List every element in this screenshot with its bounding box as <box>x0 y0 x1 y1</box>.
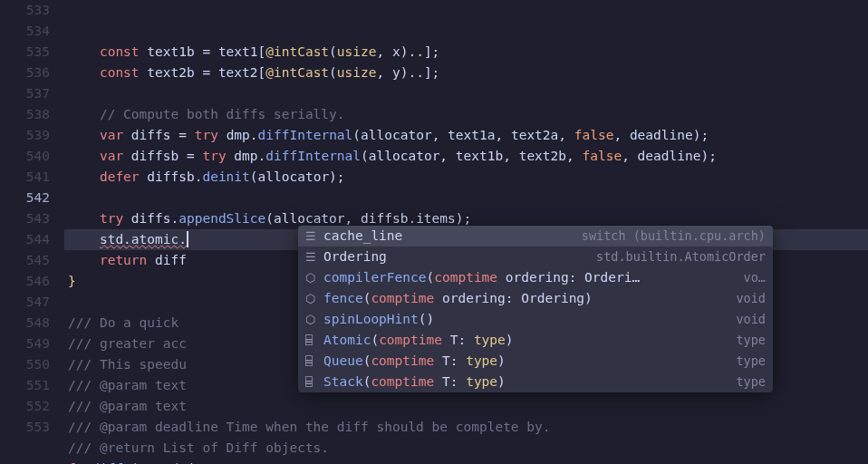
line-number: 535 <box>0 42 50 63</box>
token: (allocator); <box>250 169 345 184</box>
completion-label: cache_line <box>323 226 573 246</box>
token: , x)..]; <box>377 44 440 59</box>
text-cursor <box>187 231 188 247</box>
completion-item[interactable]: ⬡spinLoopHint()void <box>298 309 773 330</box>
code-line[interactable] <box>68 188 868 208</box>
cube-icon: ⬡ <box>305 288 323 309</box>
token: false <box>574 128 614 142</box>
line-number: 544 <box>0 229 50 250</box>
token: @intCast <box>265 44 329 59</box>
completion-item[interactable]: ⌸Stack(comptime T: type)type <box>298 372 773 392</box>
completion-item[interactable]: ⌸Atomic(comptime T: type)type <box>298 330 773 351</box>
token: diffs = <box>123 128 195 142</box>
code-line[interactable] <box>68 83 868 104</box>
line-number: 540 <box>0 146 50 167</box>
token: const <box>100 44 140 59</box>
completion-detail: type <box>727 351 766 372</box>
token: (allocator, text1b, text2b, <box>361 149 582 163</box>
line-number: 551 <box>0 375 50 396</box>
line-number: 538 <box>0 104 50 125</box>
token: return <box>100 253 147 267</box>
token: dmp. <box>218 128 258 142</box>
completion-detail: void <box>727 288 766 309</box>
completion-label: Ordering <box>323 246 587 267</box>
token: /// @param text <box>68 399 187 413</box>
token: /// greater acc <box>68 336 187 351</box>
line-number: 533 <box>0 0 50 21</box>
completion-item[interactable]: ⬡compilerFence(comptime ordering: Orderi… <box>298 267 773 288</box>
line-number: 545 <box>0 250 50 271</box>
code-line[interactable]: var diffsb = try dmp.diffInternal(alloca… <box>68 146 868 167</box>
completion-item[interactable]: ☰Orderingstd.builtin.AtomicOrder <box>298 246 773 267</box>
token: , y)..]; <box>377 65 440 80</box>
line-number: 549 <box>0 334 50 354</box>
token: usize <box>337 44 377 59</box>
token: ( <box>329 44 337 59</box>
completion-label: spinLoopHint() <box>323 309 727 330</box>
token <box>68 211 100 226</box>
completion-item[interactable]: ⌸Queue(comptime T: type)type <box>298 351 773 372</box>
completion-detail: switch (builtin.cpu.arch) <box>573 226 766 246</box>
completion-detail: vo… <box>735 267 766 288</box>
code-line[interactable]: const text2b = text2[@intCast(usize, y).… <box>68 63 868 83</box>
line-number: 541 <box>0 167 50 188</box>
token: diffsb = <box>123 149 202 163</box>
token <box>68 149 100 163</box>
struct-icon: ⌸ <box>305 351 323 372</box>
code-line[interactable]: /// @return List of Diff objects. <box>68 438 868 459</box>
token <box>68 169 100 184</box>
completion-item[interactable]: ☰cache_lineswitch (builtin.cpu.arch) <box>298 226 773 246</box>
completion-detail: type <box>727 330 766 351</box>
token: /// @return List of Diff objects. <box>68 440 329 455</box>
token: diffInternal <box>258 128 353 142</box>
code-area[interactable]: const text1b = text1[@intCast(usize, x).… <box>68 0 868 464</box>
token: try <box>202 149 226 163</box>
line-number: 534 <box>0 21 50 42</box>
code-line[interactable]: const text1b = text1[@intCast(usize, x).… <box>68 42 868 63</box>
token: diffsb. <box>140 169 203 184</box>
token: , deadline); <box>613 128 709 142</box>
token: /// This speedu <box>68 357 187 372</box>
token: appendSlice <box>178 211 265 226</box>
line-number: 546 <box>0 271 50 292</box>
completion-detail: std.builtin.AtomicOrder <box>587 246 766 267</box>
token: var <box>100 149 123 163</box>
struct-icon: ⌸ <box>305 372 323 392</box>
code-line[interactable]: /// @param deadline Time when the diff s… <box>68 417 868 438</box>
code-line[interactable]: // Compute both diffs serially. <box>68 104 868 125</box>
line-number: 543 <box>0 208 50 229</box>
token: text2b = text2[ <box>140 65 266 80</box>
token: , deadline); <box>622 149 717 163</box>
completion-detail: type <box>727 372 766 392</box>
token: ( <box>329 65 337 80</box>
line-number: 539 <box>0 125 50 146</box>
line-number: 548 <box>0 313 50 334</box>
token: var <box>100 128 123 142</box>
token: dmp. <box>227 149 266 163</box>
code-line[interactable]: var diffs = try dmp.diffInternal(allocat… <box>68 125 868 146</box>
token: diff <box>147 253 187 267</box>
line-number: 537 <box>0 83 50 104</box>
completion-label: Stack(comptime T: type) <box>323 372 727 392</box>
token: defer <box>100 169 140 184</box>
completion-label: Atomic(comptime T: type) <box>323 330 727 351</box>
autocomplete-popup[interactable]: ☰cache_lineswitch (builtin.cpu.arch)☰Ord… <box>298 226 773 392</box>
token <box>68 65 100 80</box>
token: std.atomic. <box>100 232 187 246</box>
token: @intCast <box>265 65 329 80</box>
completion-label: compilerFence(comptime ordering: Orderi… <box>323 267 735 288</box>
code-line[interactable]: /// @param text <box>68 396 868 417</box>
token: // Compute both diffs serially. <box>100 107 345 121</box>
token: false <box>583 149 622 163</box>
token <box>68 107 100 121</box>
code-editor[interactable]: 5335345355365375385395405415425435445455… <box>0 0 868 464</box>
struct-icon: ⌸ <box>305 330 323 351</box>
token: text1b = text1[ <box>140 44 266 59</box>
cube-icon: ⬡ <box>305 267 323 288</box>
token: (allocator, text1a, text2a, <box>352 128 574 142</box>
token <box>68 253 100 267</box>
token: (allocator, diffsb.items); <box>265 211 471 226</box>
code-line[interactable]: fn diffLineMode( <box>68 459 868 464</box>
code-line[interactable]: defer diffsb.deinit(allocator); <box>68 167 868 188</box>
completion-item[interactable]: ⬡fence(comptime ordering: Ordering)void <box>298 288 773 309</box>
